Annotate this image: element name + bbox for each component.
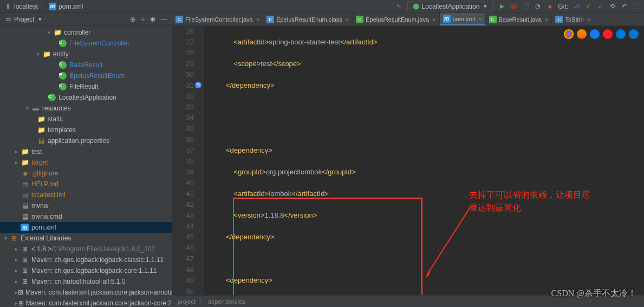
close-icon[interactable]: × [432,16,435,23]
git-revert-icon[interactable]: ↶ [620,3,628,10]
editor-area: CFileSystemController.java× EEpeiusResul… [172,13,644,307]
java-class-icon: C [489,16,497,23]
tree-row[interactable]: EEpeiusResultEnum [0,70,172,81]
chevron-down-icon[interactable]: ▾ [36,16,44,23]
tree-row[interactable]: ▾⊞External Libraries [0,233,172,244]
maven-icon: m [443,15,451,23]
close-icon[interactable]: × [346,16,349,23]
annotation-text: 去掉了可以省的依赖，让项目尽量达到最简化 [469,188,590,214]
sidebar-title[interactable]: Project [14,16,34,23]
opera-icon[interactable] [603,29,613,39]
tree-row[interactable]: ▾📁entity [0,49,172,60]
java-enum-icon: E [356,16,363,23]
tree-row[interactable]: CBaseResult [0,60,172,70]
tree-row[interactable]: CLocaltestApplication [0,92,172,103]
tree-row[interactable]: ▸📁target [0,157,172,168]
project-folder-icon: ▮ [4,3,12,10]
git-history-icon[interactable]: ⟲ [608,3,616,10]
svg-line-0 [427,207,470,275]
java-class-icon: C [555,16,563,23]
app-icon: ⬤ [412,3,420,10]
tab-file[interactable]: EEpeiusResultEnum.java× [353,13,439,25]
search-icon[interactable]: ⛶ [632,3,640,10]
close-icon[interactable]: × [587,16,590,23]
debug-icon[interactable]: 🐞 [510,3,518,10]
tree-row[interactable]: ▤localtest.iml [0,190,172,200]
code-editor[interactable]: 2627282930 3132333435 3637383940 4142434… [172,26,644,295]
edge-icon[interactable] [629,29,639,39]
coverage-icon[interactable]: ⬚ [522,3,530,10]
run-icon[interactable]: ▶ [498,3,506,10]
tree-row[interactable]: ▸⊞< 1.8 > C:\Program Files\Java\jdk1.8.0… [0,244,172,254]
tree-row[interactable]: ▤HELP.md [0,179,172,190]
crumb-item[interactable]: project [178,298,196,305]
tab-file-active[interactable]: mpom.xml× [440,13,486,25]
gutter-marker-icon[interactable]: ✎ [195,82,201,88]
tree-row[interactable]: CFileResult [0,81,172,92]
safari-icon[interactable] [590,29,600,39]
profile-icon[interactable]: ◔ [534,3,542,10]
nav-project[interactable]: localtest [14,3,38,10]
git-update-icon[interactable]: ↙ [596,3,604,10]
tree-row[interactable]: ◈.gitignore [0,168,172,179]
tree-row[interactable]: ▤mvnw [0,200,172,211]
nav-file[interactable]: pom.xml [58,3,83,10]
tree-row[interactable]: CFileSystemController [0,38,172,49]
tree-row[interactable]: ▾▬resources [0,103,172,114]
tree-row[interactable]: ▤application.properties [0,135,172,146]
close-icon[interactable]: × [478,16,482,22]
expand-icon[interactable]: ÷ [141,16,145,23]
browser-preview-icons [564,29,639,39]
run-config-selector[interactable]: ⬤ LocaltestApplication ▾ [407,2,495,11]
line-gutter: 2627282930 3132333435 3637383940 4142434… [172,26,204,295]
ie-icon[interactable] [616,29,626,39]
hide-icon[interactable]: — [161,16,167,23]
code-content[interactable]: <artifactId>spring-boot-starter-test</ar… [204,26,390,295]
project-tree: ▾📁controller CFileSystemController ▾📁ent… [0,26,172,307]
java-enum-icon: E [266,16,274,23]
navigation-bar: ▮ localtest 〉 m pom.xml ↖ ⬤ LocaltestApp… [0,0,644,13]
tree-row[interactable]: 📁static [0,114,172,125]
chrome-icon[interactable] [564,29,574,39]
settings-icon[interactable]: ✱ [150,16,155,23]
stop-icon[interactable]: ■ [546,3,554,10]
project-icon: ▭ [4,16,12,23]
tree-row[interactable]: ▤mvnw.cmd [0,211,172,222]
git-commit-icon[interactable]: ✓ [584,3,592,10]
project-sidebar: ▭ Project ▾ ⊕ ÷ ✱ — ▾📁controller CFileSy… [0,13,172,307]
tree-row[interactable]: ▸⊞Maven: ch.qos.logback:logback-core:1.1… [0,265,172,276]
tab-file[interactable]: CToStrin× [552,13,594,25]
tree-row[interactable]: 📁templates [0,125,172,135]
tree-row[interactable]: ▸📁test [0,146,172,157]
git-label: Git: [558,3,568,10]
crumb-item[interactable]: dependencies [208,298,245,305]
chevron-down-icon: ▾ [482,3,489,10]
java-class-icon: C [175,16,183,23]
hammer-icon[interactable]: ↖ [395,3,403,10]
maven-icon: m [49,3,56,10]
tree-row[interactable]: ▸⊞Maven: com.fasterxml.jackson.core:jack… [0,287,172,298]
collapse-icon[interactable]: ⊕ [130,16,135,23]
tab-file[interactable]: EEpeiusResultEnum.class× [263,13,353,25]
firefox-icon[interactable] [577,29,587,39]
run-config-label: LocaltestApplication [422,3,480,10]
close-icon[interactable]: × [545,16,548,23]
tree-row[interactable]: ▸⊞Maven: com.fasterxml.jackson.core:jack… [0,298,172,307]
close-icon[interactable]: × [256,16,259,23]
tab-file[interactable]: CFileSystemController.java× [172,13,263,25]
tree-row[interactable]: ▸⊞Maven: ch.qos.logback:logback-classic:… [0,254,172,265]
svg-marker-1 [425,271,431,278]
tree-row-pom[interactable]: mpom.xml [0,222,172,233]
tab-file[interactable]: CBaseResult.java× [486,13,552,25]
git-branch-icon[interactable]: ⎇ [573,3,580,10]
tree-row[interactable]: ▸⊞Maven: cn.hutool:hutool-all:5.1.0 [0,276,172,287]
annotation-arrow [424,205,473,280]
nav-sep: 〉 [40,2,47,11]
sidebar-header: ▭ Project ▾ ⊕ ÷ ✱ — [0,13,172,26]
crumb-sep: 〉 [199,297,205,305]
tree-row[interactable]: ▾📁controller [0,27,172,38]
watermark: CSDN @杀手不太冷！ [551,288,636,299]
editor-tabs: CFileSystemController.java× EEpeiusResul… [172,13,644,26]
